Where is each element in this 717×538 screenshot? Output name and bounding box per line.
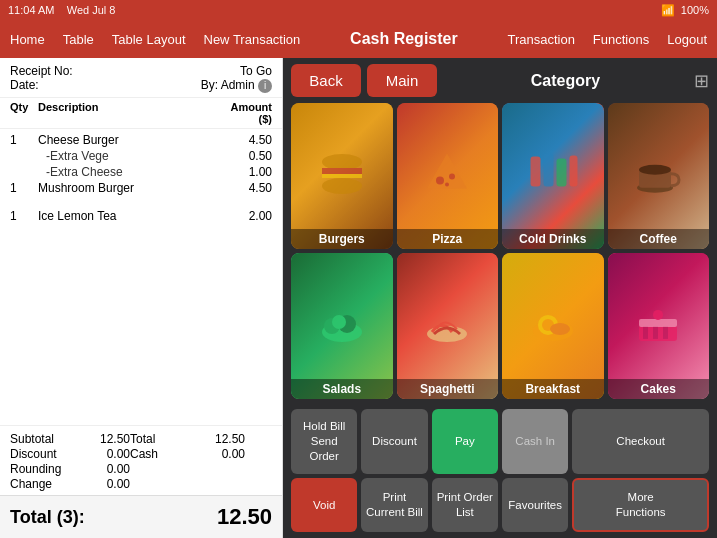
- discount-value: 0.00: [80, 447, 130, 461]
- category-item-cakes[interactable]: Cakes: [608, 253, 710, 399]
- category-label-coffee: Coffee: [608, 229, 710, 249]
- category-grid: Burgers Pizza Cold Drinks: [283, 103, 717, 405]
- svg-point-7: [445, 183, 449, 187]
- void-button[interactable]: Void: [291, 478, 357, 532]
- date-label: Date:: [10, 78, 39, 93]
- pay-button[interactable]: Pay: [432, 409, 498, 474]
- battery-label: 100%: [681, 4, 709, 16]
- receipt-totals: Subtotal 12.50 Total 12.50 Discount 0.00…: [0, 425, 282, 495]
- favourites-button[interactable]: Favourites: [502, 478, 568, 532]
- svg-point-0: [322, 154, 362, 170]
- nav-title: Cash Register: [302, 30, 505, 48]
- category-label-salads: Salads: [291, 379, 393, 399]
- change-value: 0.00: [80, 477, 130, 491]
- info-icon[interactable]: i: [258, 79, 272, 93]
- right-panel: Back Main Category ⊞ Burgers Pizza: [283, 58, 717, 538]
- nav-functions[interactable]: Functions: [591, 28, 651, 51]
- receipt-column-headers: Qty Description Amount ($): [0, 98, 282, 129]
- category-item-coffee[interactable]: Coffee: [608, 103, 710, 249]
- svg-point-6: [449, 174, 455, 180]
- cash-label: Cash: [130, 447, 190, 461]
- to-go-label: To Go: [240, 64, 272, 78]
- category-label-pizza: Pizza: [397, 229, 499, 249]
- category-label-burgers: Burgers: [291, 229, 393, 249]
- svg-point-5: [436, 177, 444, 185]
- svg-rect-28: [663, 327, 668, 339]
- category-header: Back Main Category ⊞: [283, 58, 717, 103]
- subtotal-label: Subtotal: [10, 432, 80, 446]
- category-label-cakes: Cakes: [608, 379, 710, 399]
- status-bar: 11:04 AM Wed Jul 8 📶 100%: [0, 0, 717, 20]
- receipt-item[interactable]: 1 Cheese Burger 4.50: [10, 133, 272, 147]
- discount-button[interactable]: Discount: [361, 409, 427, 474]
- svg-point-23: [550, 323, 570, 335]
- change-label: Change: [10, 477, 80, 491]
- nav-bar: Home Table Table Layout New Transaction …: [0, 20, 717, 58]
- back-button[interactable]: Back: [291, 64, 361, 97]
- category-item-burgers[interactable]: Burgers: [291, 103, 393, 249]
- category-label-breakfast: Breakfast: [502, 379, 604, 399]
- wifi-icon: 📶: [661, 4, 675, 17]
- category-item-pizza[interactable]: Pizza: [397, 103, 499, 249]
- col-qty-header: Qty: [10, 101, 38, 125]
- discount-label: Discount: [10, 447, 80, 461]
- nav-new-transaction[interactable]: New Transaction: [202, 28, 303, 51]
- nav-table[interactable]: Table: [61, 28, 96, 51]
- receipt-item[interactable]: 1 Mushroom Burger 4.50: [10, 181, 272, 195]
- cash-value: 0.00: [190, 447, 245, 461]
- status-time-date: 11:04 AM Wed Jul 8: [8, 4, 115, 16]
- receipt-items-list: 1 Cheese Burger 4.50 -Extra Vege 0.50 -E…: [0, 129, 282, 425]
- category-item-breakfast[interactable]: Breakfast: [502, 253, 604, 399]
- receipt-total-bar: Total (3): 12.50: [0, 495, 282, 538]
- category-title: Category: [443, 72, 688, 90]
- receipt-panel: Receipt No: To Go Date: By: Admin i Qty …: [0, 58, 283, 538]
- hold-bill-button[interactable]: Hold BillSend Order: [291, 409, 357, 474]
- action-buttons-row1: Hold BillSend Order Discount Pay Cash In…: [283, 405, 717, 478]
- receipt-header: Receipt No: To Go Date: By: Admin i: [0, 58, 282, 98]
- svg-point-18: [332, 315, 346, 329]
- category-label-cold-drinks: Cold Drinks: [502, 229, 604, 249]
- svg-rect-9: [543, 154, 553, 187]
- total-summary-value: 12.50: [190, 432, 245, 446]
- nav-table-layout[interactable]: Table Layout: [110, 28, 188, 51]
- by-admin-label: By: Admin i: [201, 78, 272, 93]
- status-time: 11:04 AM: [8, 4, 54, 16]
- status-date: Wed Jul 8: [67, 4, 116, 16]
- total-label: Total (3):: [10, 507, 85, 528]
- print-current-bill-button[interactable]: PrintCurrent Bill: [361, 478, 427, 532]
- nav-logout[interactable]: Logout: [665, 28, 709, 51]
- total-amount: 12.50: [217, 504, 272, 530]
- total-summary-label: Total: [130, 432, 190, 446]
- cash-in-button[interactable]: Cash In: [502, 409, 568, 474]
- category-item-salads[interactable]: Salads: [291, 253, 393, 399]
- svg-point-14: [639, 165, 671, 175]
- receipt-item-modifier: -Extra Cheese 1.00: [10, 165, 272, 179]
- checkout-button[interactable]: Checkout: [572, 409, 709, 474]
- rounding-label: Rounding: [10, 462, 80, 476]
- nav-home[interactable]: Home: [8, 28, 47, 51]
- col-amt-header: Amount ($): [217, 101, 272, 125]
- nav-transaction[interactable]: Transaction: [505, 28, 576, 51]
- svg-point-3: [322, 178, 362, 194]
- col-desc-header: Description: [38, 101, 217, 125]
- svg-rect-25: [639, 319, 677, 327]
- svg-rect-11: [569, 156, 577, 187]
- action-buttons-row2: Void PrintCurrent Bill Print OrderList F…: [283, 478, 717, 538]
- main-button[interactable]: Main: [367, 64, 437, 97]
- svg-rect-2: [322, 174, 362, 178]
- svg-rect-10: [556, 159, 566, 187]
- category-item-spaghetti[interactable]: Spaghetti: [397, 253, 499, 399]
- category-item-cold-drinks[interactable]: Cold Drinks: [502, 103, 604, 249]
- grid-view-icon[interactable]: ⊞: [694, 70, 709, 92]
- receipt-item-modifier: -Extra Vege 0.50: [10, 149, 272, 163]
- main-layout: Receipt No: To Go Date: By: Admin i Qty …: [0, 58, 717, 538]
- print-order-list-button[interactable]: Print OrderList: [432, 478, 498, 532]
- receipt-no-label: Receipt No:: [10, 64, 73, 78]
- more-functions-button[interactable]: MoreFunctions: [572, 478, 709, 532]
- rounding-value: 0.00: [80, 462, 130, 476]
- svg-point-29: [653, 310, 663, 320]
- svg-rect-27: [653, 327, 658, 339]
- svg-rect-1: [322, 168, 362, 174]
- receipt-item[interactable]: 1 Ice Lemon Tea 2.00: [10, 209, 272, 223]
- svg-rect-26: [643, 327, 648, 339]
